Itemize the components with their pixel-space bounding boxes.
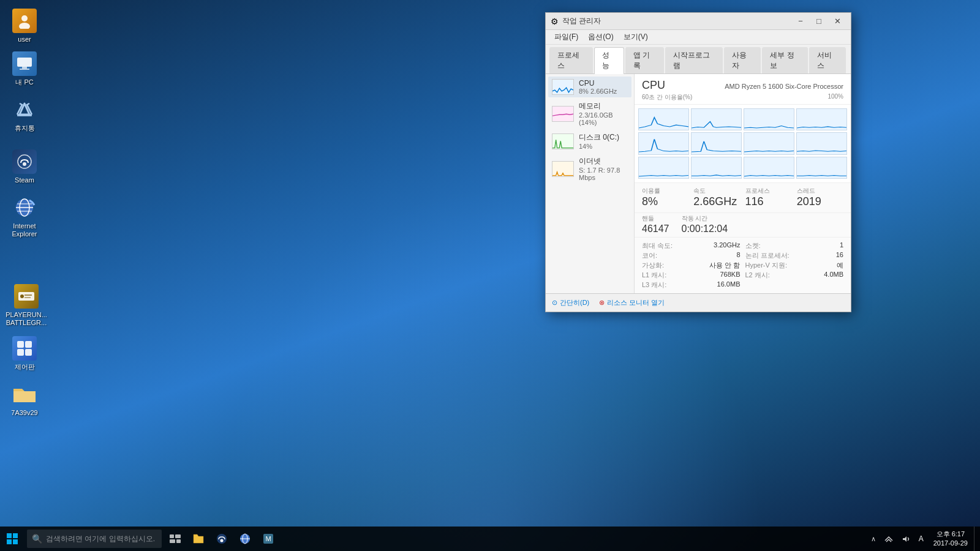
sidebar-disk-name: 디스크 0(C:) [579, 132, 628, 143]
pubg-icon [14, 284, 39, 309]
desktop-icon-user[interactable]: user [3, 6, 46, 46]
info-l1: L1 캐시: 768KB [642, 271, 741, 280]
usage-label: 이용률 [642, 187, 688, 195]
task-manager-title-icon: ⚙ [551, 17, 559, 26]
tm-menu-options[interactable]: 옵션(O) [583, 31, 618, 43]
taskbar-steam[interactable] [211, 528, 233, 550]
svg-rect-21 [7, 533, 12, 538]
sidebar-cpu-value: 8% 2.66GHz [579, 88, 628, 95]
info-l2: L2 캐시: 4.0MB [745, 271, 844, 280]
recycle-icon [12, 97, 37, 122]
threads-value: 2019 [797, 195, 843, 209]
cpu-graph-0 [638, 108, 689, 130]
stat-processes: 프로세스 116 [745, 187, 792, 209]
cpu-title: CPU [642, 79, 665, 92]
folder-icon [12, 382, 37, 407]
cpu-graphs-grid [635, 105, 851, 182]
sidebar-cpu-info: CPU 8% 2.66GHz [579, 79, 628, 95]
svg-rect-26 [175, 534, 181, 538]
taskbar-explorer[interactable] [187, 528, 209, 550]
svg-rect-17 [17, 341, 24, 348]
tab-details[interactable]: 세부 정보 [762, 47, 808, 73]
tab-performance[interactable]: 성능 [594, 47, 624, 74]
tab-users[interactable]: 사용자 [724, 47, 761, 73]
tm-close-btn[interactable]: ✕ [829, 15, 846, 28]
desktop-icon-pubg[interactable]: PLAYERUN... BATTLEGR... [3, 282, 50, 329]
sidebar-item-disk[interactable]: 디스크 0(C:) 14% [548, 130, 631, 152]
info-sockets: 소켓: 1 [745, 241, 844, 250]
info-hyperv: Hyper-V 지원: 예 [745, 261, 844, 270]
handles-label: 핸들 [642, 214, 669, 223]
tm-maximize-btn[interactable]: □ [810, 15, 827, 28]
tm-menu-file[interactable]: 파일(F) [549, 31, 583, 43]
sidebar-item-memory[interactable]: 메모리 2.3/16.0GB (14%) [548, 99, 631, 129]
svg-rect-2 [17, 58, 32, 67]
svg-point-0 [21, 15, 28, 21]
svg-point-6 [18, 155, 31, 168]
svg-rect-25 [170, 534, 174, 538]
cpu-graph-2 [744, 108, 794, 130]
desktop-icon-steam[interactable]: Steam [3, 147, 46, 187]
desktop-icon-recycle[interactable]: 휴지통 [3, 95, 46, 135]
sidebar-item-network[interactable]: 이더넷 S: 1.7 R: 97.8 Mbps [548, 154, 631, 184]
tm-window-controls: − □ ✕ [792, 15, 846, 28]
tm-minimize-btn[interactable]: − [792, 15, 809, 28]
cpu-graph-max: 100% [827, 93, 843, 102]
sidebar-mem-value: 2.3/16.0GB (14%) [579, 111, 628, 126]
mypc-icon [12, 51, 37, 76]
cpu-handles-uptime: 핸들 46147 작동 시간 0:00:12:04 [635, 212, 851, 237]
minimize-link[interactable]: ⊙ 간단히(D) [552, 298, 589, 307]
start-button[interactable] [0, 527, 24, 551]
taskbar-extra[interactable]: M [257, 528, 279, 550]
taskbar-task-view[interactable] [164, 528, 186, 550]
taskbar: 🔍 검색하려면 여기에 입력하십시오. [0, 527, 980, 551]
taskbar-volume-icon[interactable] [898, 535, 914, 543]
taskbar-ie[interactable] [234, 528, 256, 550]
user-icon [12, 9, 37, 33]
show-desktop-button[interactable] [974, 527, 978, 551]
taskbar-right: ∧ A 오후 6:17 2017-09-29 [867, 527, 980, 551]
task-manager-menubar: 파일(F) 옵션(O) 보기(V) [546, 30, 851, 45]
desktop-icon-folder[interactable]: 7A39v29 [3, 380, 46, 419]
steam-icon-label: Steam [15, 176, 34, 184]
desktop: user 내 PC 휴지통 Steam [0, 0, 980, 551]
uptime-label: 작동 시간 [682, 214, 728, 223]
tab-services[interactable]: 서비스 [809, 47, 846, 73]
svg-rect-20 [25, 349, 32, 356]
desktop-icon-mypc[interactable]: 내 PC [3, 49, 46, 89]
svg-rect-5 [17, 114, 32, 116]
sidebar-item-cpu[interactable]: CPU 8% 2.66GHz [548, 77, 631, 97]
recycle-icon-label: 휴지통 [15, 124, 35, 132]
task-manager-body: CPU 8% 2.66GHz 메모리 2.3/16.0GB (14%) [546, 74, 851, 293]
taskbar-time[interactable]: 오후 6:17 2017-09-29 [929, 530, 973, 549]
tm-menu-view[interactable]: 보기(V) [619, 31, 653, 43]
threads-label: 스레드 [797, 187, 843, 195]
resource-monitor-link[interactable]: ⊗ 리소스 모니터 열기 [599, 298, 665, 307]
svg-point-30 [221, 539, 224, 542]
cpu-graph-6 [744, 132, 794, 154]
task-manager-sidebar: CPU 8% 2.66GHz 메모리 2.3/16.0GB (14%) [546, 74, 635, 293]
usage-value: 8% [642, 195, 688, 209]
minimize-icon: ⊙ [552, 299, 557, 307]
taskbar-network-icon[interactable] [881, 535, 897, 542]
svg-rect-28 [176, 539, 181, 543]
taskbar-quick-icons: M [164, 528, 279, 550]
steam-icon [12, 149, 37, 174]
sidebar-mem-info: 메모리 2.3/16.0GB (14%) [579, 101, 628, 126]
cp-icon-label: 제어판 [15, 363, 35, 371]
tab-startup[interactable]: 시작프로그램 [665, 47, 723, 73]
task-manager-footer: ⊙ 간단히(D) ⊗ 리소스 모니터 열기 [546, 293, 851, 312]
pubg-icon-label: PLAYERUN... BATTLEGR... [6, 311, 47, 327]
taskbar-lang-icon[interactable]: A [915, 534, 927, 543]
taskbar-tray-chevron[interactable]: ∧ [867, 535, 880, 543]
taskbar-search[interactable]: 🔍 검색하려면 여기에 입력하십시오. [27, 530, 162, 548]
cpu-right-info: 최대 속도: 3.20GHz 소켓: 1 코어: 8 논리 프로세서: 16 [635, 237, 851, 293]
tab-app-history[interactable]: 앱 기록 [625, 47, 664, 73]
tab-processes[interactable]: 프로세스 [549, 47, 593, 73]
clock-date: 2017-09-29 [933, 539, 968, 548]
info-virt: 가상화: 사용 안 함 [642, 261, 741, 270]
cp-icon [12, 336, 37, 361]
desktop-icon-ie[interactable]: Internet Explorer [3, 193, 46, 241]
desktop-icon-cp[interactable]: 제어판 [3, 334, 46, 373]
cpu-graph-10 [744, 157, 794, 179]
